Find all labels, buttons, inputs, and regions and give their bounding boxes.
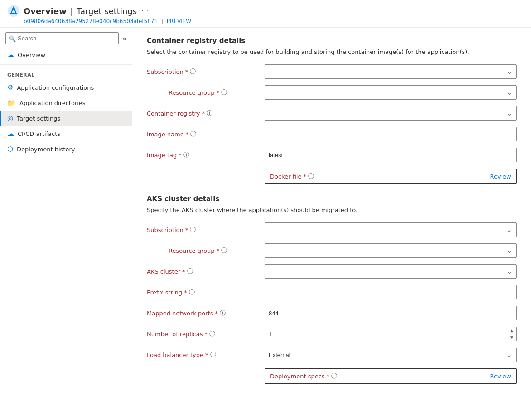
resource-group-cr-label-wrap: Resource group * ⓘ	[147, 88, 265, 97]
deployment-specs-info[interactable]: ⓘ	[331, 372, 337, 380]
sidebar-item-target-settings-label: Target settings	[17, 115, 60, 122]
subscription-aks-select[interactable]	[265, 222, 517, 237]
sidebar-section-general: General	[0, 67, 132, 80]
container-registry-section: Container registry details Select the co…	[147, 37, 517, 184]
header-meta-preview: PREVIEW	[167, 18, 191, 24]
cicd-icon: ☁	[7, 130, 14, 138]
aks-cluster-title: AKS cluster details	[147, 195, 517, 203]
deployment-specs-field: Deployment specs * ⓘ Review	[265, 368, 517, 384]
resource-group-aks-select[interactable]	[265, 243, 517, 258]
container-registry-control	[265, 106, 517, 121]
image-name-group: Image name * ⓘ	[147, 127, 517, 141]
resource-group-cr-select[interactable]	[265, 85, 517, 100]
app-configs-icon: ⚙	[7, 83, 13, 92]
subscription-cr-group: Subscription * ⓘ	[147, 64, 517, 79]
target-settings-icon: ◎	[7, 114, 13, 122]
azure-logo-icon	[7, 5, 20, 17]
resource-group-aks-control	[265, 243, 517, 258]
container-registry-group: Container registry * ⓘ	[147, 106, 517, 121]
docker-file-field: Docker file * ⓘ Review	[265, 169, 517, 184]
sidebar-item-app-dirs[interactable]: 📁 Application directories	[0, 95, 132, 111]
mapped-ports-input[interactable]	[265, 306, 517, 320]
resource-group-aks-label: Resource group * ⓘ	[169, 246, 227, 255]
prefix-string-input[interactable]	[265, 285, 517, 299]
lb-type-info[interactable]: ⓘ	[210, 351, 216, 359]
deployment-history-icon: ⬡	[7, 145, 13, 153]
sidebar-item-deployment-history[interactable]: ⬡ Deployment history	[0, 141, 132, 157]
mapped-ports-label: Mapped network ports * ⓘ	[147, 309, 265, 317]
lb-type-group: Load balancer type * ⓘ External Internal	[147, 348, 517, 362]
image-name-info[interactable]: ⓘ	[190, 130, 196, 138]
subscription-aks-info[interactable]: ⓘ	[190, 226, 196, 234]
resource-group-cr-info[interactable]: ⓘ	[221, 88, 227, 97]
replicas-decrement[interactable]: ▼	[507, 334, 517, 342]
container-registry-title: Container registry details	[147, 37, 517, 45]
subscription-cr-info[interactable]: ⓘ	[190, 68, 196, 76]
num-replicas-info[interactable]: ⓘ	[209, 330, 215, 338]
num-replicas-label: Number of replicas * ⓘ	[147, 330, 265, 338]
docker-file-label: Docker file * ⓘ	[270, 172, 314, 180]
aks-cluster-select[interactable]	[265, 264, 517, 279]
lb-type-label: Load balancer type * ⓘ	[147, 351, 265, 359]
lb-type-select[interactable]: External Internal	[265, 348, 517, 362]
docker-file-review-link[interactable]: Review	[490, 173, 511, 180]
subscription-aks-control	[265, 222, 517, 237]
aks-cluster-info[interactable]: ⓘ	[187, 267, 193, 275]
sidebar-item-app-configs[interactable]: ⚙ Application configurations	[0, 80, 132, 95]
resource-group-cr-group: Resource group * ⓘ	[147, 85, 517, 100]
svg-point-1	[12, 8, 15, 10]
image-tag-group: Image tag * ⓘ	[147, 148, 517, 162]
sidebar-item-target-settings[interactable]: ◎ Target settings	[0, 111, 132, 126]
sidebar-item-overview[interactable]: ☁ Overview	[0, 47, 132, 63]
container-registry-info[interactable]: ⓘ	[207, 109, 212, 117]
app-dirs-icon: 📁	[7, 99, 16, 107]
subscription-cr-label: Subscription * ⓘ	[147, 68, 265, 76]
deployment-specs-group: Deployment specs * ⓘ Review	[147, 368, 517, 384]
sidebar-item-cicd[interactable]: ☁ CI/CD artifacts	[0, 126, 132, 141]
header-meta: b09806da640638a295278e040c9b6503afef5871…	[24, 18, 524, 24]
resource-group-cr-label: Resource group * ⓘ	[169, 88, 227, 97]
replicas-increment[interactable]: ▲	[507, 327, 517, 334]
header-title: Overview	[24, 6, 67, 16]
sidebar-item-app-dirs-label: Application directories	[19, 100, 86, 106]
image-tag-label: Image tag * ⓘ	[147, 151, 265, 159]
container-registry-select[interactable]	[265, 106, 517, 121]
deployment-specs-review-link[interactable]: Review	[490, 373, 511, 380]
search-input-wrap: 🔍	[5, 32, 119, 44]
docker-file-group: Docker file * ⓘ Review	[147, 169, 517, 184]
resource-group-aks-group: Resource group * ⓘ	[147, 243, 517, 258]
collapse-icon[interactable]: «	[122, 35, 126, 42]
header-top: Overview | Target settings ···	[7, 5, 524, 17]
docker-file-info[interactable]: ⓘ	[308, 172, 314, 180]
aks-cluster-group: AKS cluster * ⓘ	[147, 264, 517, 279]
image-tag-info[interactable]: ⓘ	[183, 151, 189, 159]
image-tag-input[interactable]	[265, 148, 517, 162]
resource-group-cr-control	[265, 85, 517, 100]
sidebar: 🔍 « ☁ Overview General ⚙ Application con…	[0, 28, 132, 420]
deployment-specs-label: Deployment specs * ⓘ	[270, 372, 337, 380]
mapped-ports-group: Mapped network ports * ⓘ	[147, 306, 517, 320]
sidebar-item-cicd-label: CI/CD artifacts	[18, 130, 60, 137]
header-subtitle: Target settings	[77, 6, 137, 16]
prefix-string-info[interactable]: ⓘ	[189, 288, 195, 296]
main-content: Container registry details Select the co…	[132, 28, 531, 420]
overview-icon: ☁	[7, 51, 14, 59]
header-more-button[interactable]: ···	[141, 7, 148, 15]
resource-group-aks-label-wrap: Resource group * ⓘ	[147, 246, 265, 255]
num-replicas-group: Number of replicas * ⓘ ▲ ▼	[147, 327, 517, 341]
subscription-aks-label: Subscription * ⓘ	[147, 226, 265, 234]
image-name-input[interactable]	[265, 127, 517, 141]
prefix-string-group: Prefix string * ⓘ	[147, 285, 517, 299]
header: Overview | Target settings ··· b09806da6…	[0, 0, 531, 28]
header-meta-id: b09806da640638a295278e040c9b6503afef5871	[24, 18, 158, 24]
aks-cluster-section: AKS cluster details Specify the AKS clus…	[147, 195, 517, 384]
mapped-ports-info[interactable]: ⓘ	[220, 309, 226, 317]
num-replicas-input[interactable]	[265, 327, 517, 341]
prefix-string-label: Prefix string * ⓘ	[147, 288, 265, 296]
resource-group-aks-info[interactable]: ⓘ	[221, 246, 227, 255]
sidebar-divider	[0, 64, 132, 65]
subscription-cr-select[interactable]	[265, 64, 517, 79]
search-input[interactable]	[5, 32, 119, 44]
num-replicas-control: ▲ ▼	[265, 327, 517, 341]
subscription-aks-group: Subscription * ⓘ	[147, 222, 517, 237]
